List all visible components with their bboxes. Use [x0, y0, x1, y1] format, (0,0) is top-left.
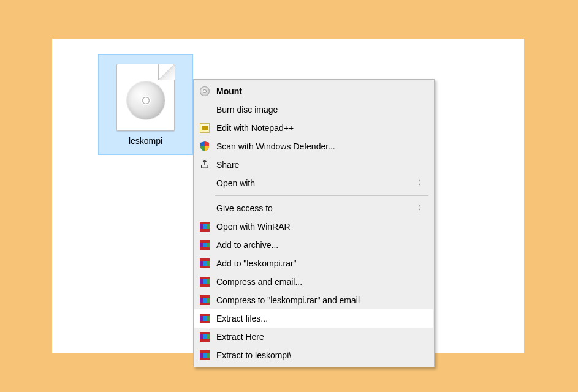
menu-item-label: Burn disc image: [213, 105, 278, 115]
menu-item-give-access-to[interactable]: Give access to 〉: [194, 199, 433, 217]
menu-item-label: Add to "leskompi.rar": [213, 258, 297, 268]
menu-item-mount[interactable]: Mount: [194, 82, 433, 100]
winrar-icon: [197, 349, 213, 362]
winrar-icon: [197, 330, 213, 344]
winrar-icon: [197, 293, 213, 307]
menu-item-scan-defender[interactable]: Scan with Windows Defender...: [194, 137, 433, 156]
menu-separator: [215, 195, 428, 196]
submenu-arrow-icon: 〉: [417, 178, 426, 189]
menu-item-label: Share: [213, 160, 239, 170]
menu-item-edit-notepad-plus[interactable]: Edit with Notepad++: [194, 119, 433, 137]
menu-item-extract-to-folder[interactable]: Extract to leskompi\: [194, 346, 433, 364]
blank-icon: [197, 103, 213, 116]
defender-shield-icon: [197, 140, 213, 153]
context-menu: Mount Burn disc image Edit with Notepad+…: [193, 79, 435, 368]
menu-item-label: Compress to "leskompi.rar" and email: [213, 295, 360, 305]
menu-item-extract-here[interactable]: Extract Here: [194, 328, 433, 346]
menu-item-label: Give access to: [213, 203, 273, 213]
winrar-icon: [197, 238, 213, 252]
menu-item-compress-to-named-and-email[interactable]: Compress to "leskompi.rar" and email: [194, 291, 433, 309]
blank-icon: [197, 176, 213, 190]
file-label: leskompi: [99, 136, 192, 146]
file-item-leskompi[interactable]: leskompi: [98, 54, 193, 155]
menu-item-compress-and-email[interactable]: Compress and email...: [194, 273, 433, 291]
menu-item-add-to-named-rar[interactable]: Add to "leskompi.rar": [194, 254, 433, 273]
menu-item-label: Open with: [213, 178, 255, 188]
desktop-area[interactable]: leskompi Mount Burn disc image Edit with…: [52, 39, 524, 353]
notepad-plus-icon: [197, 121, 213, 135]
menu-item-open-with-winrar[interactable]: Open with WinRAR: [194, 217, 433, 236]
menu-item-label: Extract Here: [213, 332, 264, 342]
menu-item-share[interactable]: Share: [194, 156, 433, 174]
menu-item-extract-files[interactable]: Extract files...: [194, 309, 433, 328]
menu-item-label: Edit with Notepad++: [213, 123, 294, 133]
menu-item-add-to-archive[interactable]: Add to archive...: [194, 236, 433, 254]
menu-item-burn-disc-image[interactable]: Burn disc image: [194, 100, 433, 119]
menu-item-label: Extract to leskompi\: [213, 350, 291, 360]
share-icon: [197, 158, 213, 172]
winrar-icon: [197, 312, 213, 325]
menu-item-label: Add to archive...: [213, 240, 278, 250]
menu-item-label: Scan with Windows Defender...: [213, 141, 335, 151]
menu-item-open-with[interactable]: Open with 〉: [194, 174, 433, 192]
blank-icon: [197, 202, 213, 215]
menu-item-label: Mount: [213, 86, 242, 96]
submenu-arrow-icon: 〉: [417, 203, 426, 214]
winrar-icon: [197, 275, 213, 288]
menu-item-label: Extract files...: [213, 314, 268, 323]
winrar-icon: [197, 220, 213, 233]
disc-icon: [197, 85, 213, 98]
menu-item-label: Compress and email...: [213, 277, 302, 287]
disc-image-file-icon: [116, 64, 175, 131]
winrar-icon: [197, 257, 213, 270]
menu-item-label: Open with WinRAR: [213, 222, 291, 232]
